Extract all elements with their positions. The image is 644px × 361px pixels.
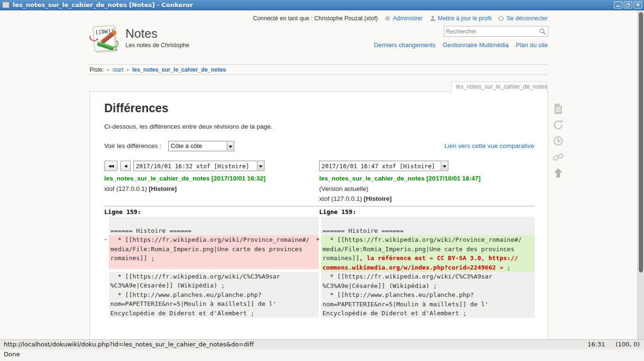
compare-view-link[interactable]: Lien vers cette vue comparative: [444, 142, 534, 149]
breadcrumb-label: Piste:: [90, 66, 104, 73]
minibuffer: Done: [0, 349, 644, 361]
minimize-icon: [616, 6, 620, 7]
left-revision-meta: xtof (127.0.0.1) [Histoire]: [104, 185, 312, 192]
conkeror-window: les_notes_sur_le_cahier_de_notes [Notes]…: [0, 0, 644, 361]
diff-line: * [[http://www.planches.eu/planche.php?: [322, 290, 535, 300]
diff-block-added: + * [[https://fr.wikipedia.org/wiki/Prov…: [321, 235, 535, 272]
minimize-button[interactable]: [614, 1, 622, 8]
right-revision-current: (Version actuelle): [319, 185, 527, 192]
right-revision-select-value: 2017/10/01 16:47 xtof [Histoire]: [322, 163, 435, 170]
search-input[interactable]: [444, 26, 537, 36]
status-scroll-position: (100, 0): [616, 340, 640, 349]
diff-line: commons.wikimedia.org/w/index.php?curid=…: [322, 263, 535, 272]
status-bar: http://localhost/dokuwiki/doku.php?id=le…: [0, 339, 644, 349]
search-box: [444, 26, 548, 37]
window-title: les_notes_sur_le_cahier_de_notes [Notes]…: [13, 1, 193, 8]
diff-line: [110, 217, 319, 226]
logout-link[interactable]: Se déconnecter: [498, 15, 548, 22]
admin-link[interactable]: Administrer: [384, 15, 422, 22]
left-revision-select-value: 2017/10/01 16:32 xtof [Histoire]: [136, 163, 249, 170]
diff-marker: +: [316, 236, 320, 243]
status-clock: 16:31: [587, 340, 605, 349]
sitemap-link[interactable]: Plan du site: [516, 41, 548, 49]
diff-line: %C3%A9e|Césarée]] (Wikipédia) ;: [110, 281, 319, 290]
left-revision-select[interactable]: 2017/10/01 16:32 xtof [Histoire]: [133, 161, 264, 171]
diff-block-deleted: - * [[https://fr.wikipedia.org/wiki/Prov…: [109, 235, 319, 269]
recent-changes-link[interactable]: Derniers changements: [374, 41, 436, 49]
diff-line: media/File:Romia_Imperio.png|Une carte d…: [322, 245, 535, 254]
diff-line: * [[https://fr.wikipedia.org/wiki/Provin…: [322, 235, 535, 245]
breadcrumb-start-link[interactable]: start: [113, 66, 124, 73]
diff-line: ====== Histoire ======: [110, 226, 319, 236]
diff-line: romaines]] ;: [110, 254, 319, 263]
diff-line: nom=PAPETTERIE&nr=5|Moulin à maillets]] …: [322, 300, 535, 309]
diff-line: * [[https://fr.wikipedia.org/wiki/C%C3%A…: [322, 272, 535, 281]
window-app-icon: [2, 2, 9, 8]
diff-block-context: ====== Histoire ======: [321, 217, 535, 235]
search-icon[interactable]: [539, 28, 546, 35]
content-panel: Différences Ci-dessous, les différences …: [90, 91, 548, 339]
diff-line: romaines]], la référence est « CC BY-SA …: [322, 254, 535, 263]
gear-icon: [384, 15, 391, 22]
diff-marker: -: [104, 236, 107, 243]
right-revision-select[interactable]: 2017/10/01 16:47 xtof [Histoire]: [319, 161, 448, 171]
diff-line: [322, 217, 535, 226]
diff-block-context: ====== Histoire ======: [109, 217, 319, 235]
chevron-down-icon: [227, 142, 233, 150]
scrollbar[interactable]: [637, 10, 644, 339]
diff-view-select[interactable]: Côte à côte: [168, 141, 234, 151]
backlinks-icon[interactable]: [552, 151, 564, 163]
right-line-header: Ligne 159:: [319, 208, 356, 215]
diff-line: Encyclopédie de Diderot et d'Alembert ;: [110, 309, 319, 318]
diff-line: Encyclopédie de Diderot et d'Alembert ;: [322, 309, 535, 318]
left-line-header: Ligne 159:: [104, 208, 141, 215]
page-source-icon[interactable]: [552, 103, 564, 115]
chevron-down-icon: [441, 162, 447, 170]
right-revision-link[interactable]: les_notes_sur_le_cahier_de_notes [2017/1…: [319, 175, 527, 182]
diff-line: nom=PAPETTERIE&nr=5|Moulin à maillets]] …: [110, 299, 319, 309]
close-button[interactable]: ×: [634, 1, 642, 8]
scrollbar-thumb[interactable]: [639, 12, 643, 272]
back-to-top-icon[interactable]: [552, 167, 564, 179]
diff-line: * [[https://fr.wikipedia.org/wiki/C%C3%A…: [110, 272, 319, 281]
breadcrumb: Piste: • start • les_notes_sur_le_cahier…: [87, 64, 548, 75]
diff-line: [110, 263, 319, 269]
diff-column-left: ====== Histoire ======- * [[https://fr.w…: [109, 217, 319, 318]
close-icon: ×: [634, 1, 642, 8]
diff-block-context: * [[https://fr.wikipedia.org/wiki/C%C3%A…: [321, 272, 535, 318]
previous-revision-button[interactable]: ◀: [120, 161, 131, 171]
media-manager-link[interactable]: Gestionnaire Multimédia: [443, 41, 509, 49]
right-revision-header: les_notes_sur_le_cahier_de_notes [2017/1…: [319, 175, 527, 205]
restore-button[interactable]: [624, 1, 632, 8]
diff-intro: Ci-dessous, les différences entre deux r…: [104, 123, 272, 130]
diff-block-context: * [[https://fr.wikipedia.org/wiki/C%C3%A…: [109, 272, 319, 318]
right-revision-meta: xtof (127.0.0.1) [Histoire]: [319, 195, 527, 202]
diff-line: %C3%A9e|Césarée]] (Wikipédia) ;: [322, 281, 535, 291]
diff-column-right: ====== Histoire ======+ * [[https://fr.w…: [321, 217, 535, 318]
diff-line: * [[http://www.planches.eu/planche.php?: [110, 290, 319, 300]
power-icon: [498, 15, 504, 22]
diff-line: ====== Histoire ======: [322, 226, 535, 236]
revert-icon[interactable]: [552, 119, 564, 131]
diff-line: * [[https://fr.wikipedia.org/wiki/Provin…: [110, 235, 319, 245]
user-row: Connecté en tant que : Christophe Pouzat…: [253, 15, 548, 22]
breadcrumb-separator: •: [127, 67, 129, 73]
site-nav: Derniers changements Gestionnaire Multim…: [374, 41, 548, 49]
window-titlebar: les_notes_sur_le_cahier_de_notes [Notes]…: [0, 0, 644, 10]
left-revision-header: les_notes_sur_le_cahier_de_notes [2017/1…: [104, 175, 312, 195]
view-diff-label: Voir les différences :: [104, 142, 161, 149]
diff-table: Ligne 159: Ligne 159: ====== Histoire ==…: [104, 206, 535, 332]
breadcrumb-separator: •: [107, 67, 109, 73]
first-revision-button[interactable]: ◀◀: [104, 161, 117, 171]
breadcrumb-current-link[interactable]: les_notes_sur_le_cahier_de_notes: [132, 66, 226, 73]
dokuwiki-logo[interactable]: [[DW]]: [90, 24, 122, 55]
old-revisions-icon[interactable]: [552, 135, 564, 147]
status-url: http://localhost/dokuwiki/doku.php?id=le…: [4, 340, 254, 349]
user-icon: [429, 15, 436, 22]
diff-view-select-value: Côte à côte: [171, 142, 202, 149]
left-revision-link[interactable]: les_notes_sur_le_cahier_de_notes [2017/1…: [104, 175, 312, 182]
site-title[interactable]: Notes: [125, 26, 157, 41]
update-profile-link[interactable]: Mettre à jour le profil: [429, 15, 492, 22]
logged-in-status: Connecté en tant que : Christophe Pouzat…: [253, 15, 378, 22]
chevron-down-icon: [257, 162, 264, 170]
